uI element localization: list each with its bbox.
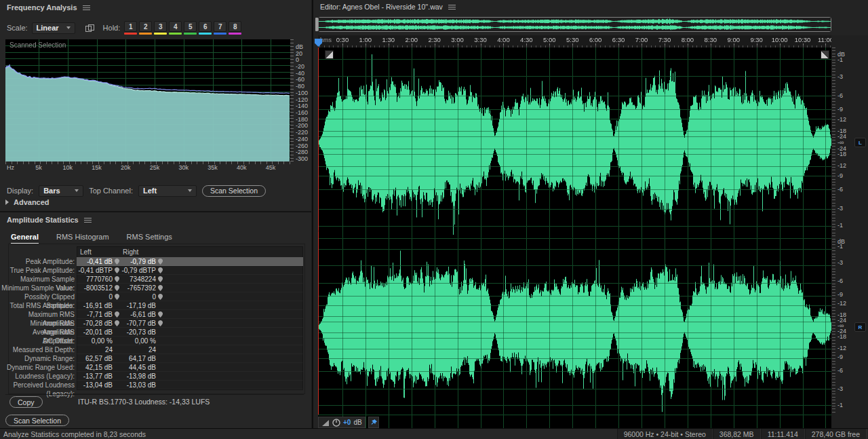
navigate-pin-button[interactable]	[157, 285, 163, 291]
wave-db-label: -3	[837, 74, 843, 80]
wave-db-label: -12	[837, 117, 846, 123]
table-cell: -20,73 dB	[120, 328, 163, 337]
overview-strip[interactable]	[318, 17, 831, 32]
wave-db-label: -3	[837, 206, 843, 212]
navigate-pin-button[interactable]	[157, 259, 163, 265]
hold-number: 2	[139, 21, 152, 32]
column-header-right: Right	[123, 248, 138, 256]
left-channel-badge[interactable]: L	[854, 138, 866, 147]
waveform-display[interactable]	[318, 47, 831, 428]
copy-graph-button[interactable]	[85, 24, 95, 33]
status-item: 368,82 MB	[713, 429, 761, 439]
table-cell: -13,77 dB	[77, 372, 120, 381]
timeline-ruler[interactable]: hms 0:301:001:302:002:303:003:304:004:30…	[318, 35, 831, 47]
top-channel-dropdown[interactable]: Left	[138, 185, 197, 197]
cell-value: -7,71 dB	[87, 311, 113, 318]
navigate-pin-button[interactable]	[114, 285, 120, 291]
frequency-graph[interactable]: Scanned Selection	[5, 39, 290, 161]
hold-button-4[interactable]: 4	[169, 21, 182, 35]
navigate-pin-button[interactable]	[157, 311, 163, 318]
cell-value: 0	[108, 293, 113, 301]
overview-range-handle[interactable]	[315, 18, 318, 31]
display-dropdown[interactable]: Bars	[39, 185, 83, 197]
hold-button-8[interactable]: 8	[229, 21, 241, 35]
right-channel-badge[interactable]: R	[854, 322, 866, 332]
hz-axis-tick: Hz	[7, 164, 14, 171]
navigate-pin-button[interactable]	[114, 311, 120, 318]
tab-rms-settings[interactable]: RMS Settings	[127, 233, 172, 244]
hold-number: 6	[199, 21, 212, 32]
timeline-tick-label: 0:30	[336, 36, 349, 43]
wave-db-label: -6	[837, 278, 843, 284]
timeline-tick-label: 7:00	[635, 36, 648, 43]
wave-db-label: -24	[837, 146, 846, 152]
statistics-tabs: GeneralRMS HistogramRMS Settings	[11, 233, 172, 244]
hold-button-2[interactable]: 2	[139, 21, 152, 35]
pin-headsup-button[interactable]	[368, 417, 379, 428]
scan-selection-button[interactable]: Scan Selection	[5, 415, 69, 426]
navigate-pin-icon	[115, 320, 119, 326]
hz-axis-tick: 10k	[63, 164, 73, 171]
row-label: Minimum Sample Value:	[0, 284, 75, 292]
row-label: Measured Bit Depth:	[0, 345, 75, 354]
status-item: 278,40 GB free	[805, 429, 867, 439]
navigate-pin-button[interactable]	[114, 259, 120, 265]
hold-button-1[interactable]: 1	[124, 21, 137, 35]
navigate-pin-button[interactable]	[114, 294, 120, 300]
advanced-expander[interactable]: Advanced	[5, 198, 50, 206]
panel-menu-icon[interactable]	[84, 218, 92, 223]
table-cell: -0,41 dB	[77, 257, 120, 266]
timeline-tick-label: 2:00	[405, 36, 418, 43]
heads-up-volume-control[interactable]: +0 dB	[318, 417, 366, 428]
hold-button-3[interactable]: 3	[154, 21, 167, 35]
navigate-pin-button[interactable]	[157, 276, 163, 282]
table-cell: -13,04 dB	[77, 381, 120, 389]
pin-slot-empty	[157, 347, 163, 353]
navigate-pin-button[interactable]	[114, 276, 120, 282]
copy-graph-icon	[85, 24, 95, 33]
chevron-down-icon	[188, 189, 192, 192]
hold-button-6[interactable]: 6	[199, 21, 212, 35]
cell-value: -70,28 dB	[83, 320, 113, 327]
navigate-pin-button[interactable]	[157, 267, 163, 273]
fade-out-handle[interactable]	[821, 50, 829, 59]
copy-button[interactable]: Copy	[9, 396, 43, 408]
chevron-down-icon	[75, 189, 79, 192]
hold-color-bar	[154, 33, 167, 35]
navigate-pin-button[interactable]	[114, 267, 120, 273]
tab-rms-histogram[interactable]: RMS Histogram	[56, 233, 109, 244]
frequency-controls: Scale: Linear Hold: 12345678	[7, 20, 241, 35]
chevron-right-icon	[5, 199, 9, 205]
fade-in-handle[interactable]	[325, 50, 334, 59]
cell-value: 0,00 %	[92, 337, 113, 345]
timeline-tick-label: 7:30	[658, 36, 671, 43]
pin-slot-empty	[114, 382, 120, 388]
editor-title: Editor: Agnes Obel - Riverside 10''.wav	[320, 3, 443, 11]
table-cell: 0	[77, 292, 120, 301]
panel-menu-icon[interactable]	[448, 5, 456, 9]
tab-general[interactable]: General	[11, 233, 39, 244]
hold-button-7[interactable]: 7	[214, 21, 226, 35]
cell-value: -0,79 dBTP	[121, 267, 156, 274]
cell-value: 7770760	[86, 275, 113, 283]
navigate-pin-button[interactable]	[114, 320, 120, 326]
wave-db-label: -9	[837, 173, 843, 179]
wave-db-label: -12	[837, 163, 846, 169]
panel-menu-icon[interactable]	[83, 5, 90, 10]
navigate-pin-button[interactable]	[157, 294, 163, 300]
pin-slot-empty	[114, 356, 120, 362]
gain-unit: dB	[353, 419, 361, 426]
hold-buttons-group: 12345678	[124, 21, 241, 35]
hold-button-5[interactable]: 5	[184, 21, 197, 35]
cell-value: 7348224	[130, 275, 156, 283]
navigate-pin-button[interactable]	[157, 320, 163, 326]
table-cell: -7,71 dB	[77, 310, 120, 319]
scale-dropdown[interactable]: Linear	[32, 22, 75, 34]
hold-color-bar	[184, 33, 197, 35]
overview-waveform	[319, 18, 831, 31]
wave-db-label: -9	[837, 292, 843, 298]
db-axis-tick: 20	[296, 50, 302, 57]
frequency-db-axis: dB200-20-40-60-80-100-120-140-160-180-20…	[290, 39, 311, 161]
table-cell: 0	[120, 292, 163, 301]
scan-selection-button[interactable]: Scan Selection	[202, 185, 266, 197]
